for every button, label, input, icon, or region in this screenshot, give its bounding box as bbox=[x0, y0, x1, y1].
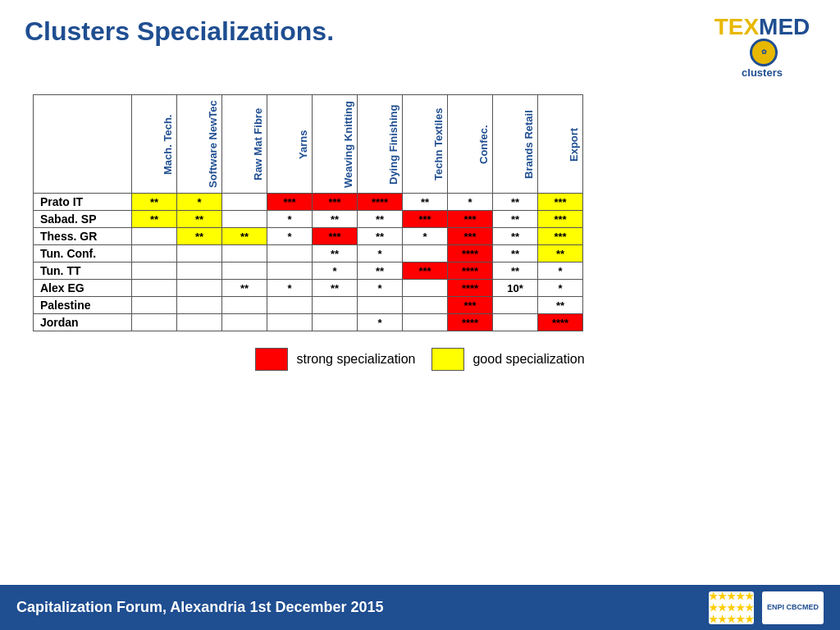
legend-strong: strong specialization bbox=[255, 348, 415, 371]
cell-3-4: ** bbox=[313, 245, 358, 262]
footer-text: Capitalization Forum, Alexandria 1st Dec… bbox=[16, 599, 384, 616]
cell-0-8: ** bbox=[493, 194, 538, 211]
cell-5-7: **** bbox=[448, 280, 493, 297]
cell-2-3: * bbox=[267, 228, 313, 245]
main-content: Mach. Tech.Software NewTecRaw Mat FibreY… bbox=[0, 94, 840, 371]
cell-1-8: ** bbox=[493, 211, 538, 228]
cell-3-1 bbox=[177, 245, 222, 262]
cell-2-2: ** bbox=[222, 228, 267, 245]
col-header-7: Confec. bbox=[448, 95, 493, 194]
cell-6-9: ** bbox=[538, 297, 583, 314]
cell-5-9: * bbox=[538, 280, 583, 297]
cell-3-5: * bbox=[358, 245, 403, 262]
row-label-0: Prato IT bbox=[34, 194, 132, 211]
table-row: Tun. Conf.*********** bbox=[34, 245, 583, 262]
cell-3-8: ** bbox=[493, 245, 538, 262]
table-row: Thess. GR******************* bbox=[34, 228, 583, 245]
cell-5-8: 10* bbox=[493, 280, 538, 297]
logo-med: MED bbox=[759, 14, 810, 39]
cell-4-4: * bbox=[313, 262, 358, 280]
cell-3-9: ** bbox=[538, 245, 583, 262]
table-body: Prato IT*********************Sabad. SP**… bbox=[34, 194, 583, 331]
cell-6-4 bbox=[313, 297, 358, 314]
table-row: Jordan********* bbox=[34, 314, 583, 331]
cell-5-1 bbox=[177, 280, 222, 297]
col-header-1: Software NewTec bbox=[177, 95, 222, 194]
row-label-5: Alex EG bbox=[34, 280, 132, 297]
cell-1-5: ** bbox=[358, 211, 403, 228]
table-row: Prato IT********************* bbox=[34, 194, 583, 211]
col-header-4: Weaving Knitting bbox=[313, 95, 358, 194]
cell-2-7: *** bbox=[448, 228, 493, 245]
col-header-2: Raw Mat Fibre bbox=[222, 95, 267, 194]
cell-2-6: * bbox=[403, 228, 448, 245]
cell-6-5 bbox=[358, 297, 403, 314]
cell-7-9: **** bbox=[538, 314, 583, 331]
cell-3-0 bbox=[132, 245, 177, 262]
cell-7-4 bbox=[313, 314, 358, 331]
cell-5-2: ** bbox=[222, 280, 267, 297]
cell-7-2 bbox=[222, 314, 267, 331]
row-label-3: Tun. Conf. bbox=[34, 245, 132, 262]
cell-4-1 bbox=[177, 262, 222, 280]
cell-5-6 bbox=[403, 280, 448, 297]
cell-0-9: *** bbox=[538, 194, 583, 211]
cell-5-4: ** bbox=[313, 280, 358, 297]
col-header-5: Dying Finishing bbox=[358, 95, 403, 194]
row-label-2: Thess. GR bbox=[34, 228, 132, 245]
cell-4-9: * bbox=[538, 262, 583, 280]
cell-7-8 bbox=[493, 314, 538, 331]
eu-stars: ★★★★★★★★★★★★★★★ bbox=[709, 591, 754, 625]
cell-0-0: ** bbox=[132, 194, 177, 211]
enpi-logo: ENPI CBCMED bbox=[762, 591, 824, 624]
specialization-table: Mach. Tech.Software NewTecRaw Mat FibreY… bbox=[33, 94, 583, 331]
cell-0-3: *** bbox=[267, 194, 313, 211]
cell-5-3: * bbox=[267, 280, 313, 297]
cell-1-4: ** bbox=[313, 211, 358, 228]
cell-4-5: ** bbox=[358, 262, 403, 280]
cell-3-6 bbox=[403, 245, 448, 262]
table-row: Palestine***** bbox=[34, 297, 583, 314]
cell-1-3: * bbox=[267, 211, 313, 228]
cell-3-3 bbox=[267, 245, 313, 262]
cell-2-1: ** bbox=[177, 228, 222, 245]
cell-1-2 bbox=[222, 211, 267, 228]
cell-7-1 bbox=[177, 314, 222, 331]
cell-1-0: ** bbox=[132, 211, 177, 228]
cell-4-3 bbox=[267, 262, 313, 280]
cell-3-2 bbox=[222, 245, 267, 262]
legend-good-label: good specialization bbox=[472, 352, 584, 367]
legend-yellow-box bbox=[431, 348, 464, 371]
cell-2-8: ** bbox=[493, 228, 538, 245]
cell-4-6: *** bbox=[403, 262, 448, 280]
footer: Capitalization Forum, Alexandria 1st Dec… bbox=[0, 585, 840, 630]
legend-strong-label: strong specialization bbox=[296, 352, 415, 367]
cell-6-8 bbox=[493, 297, 538, 314]
cell-7-7: **** bbox=[448, 314, 493, 331]
cell-2-0 bbox=[132, 228, 177, 245]
eu-logo: ★★★★★★★★★★★★★★★ bbox=[709, 591, 754, 624]
table-row: Sabad. SP******************** bbox=[34, 211, 583, 228]
row-label-6: Palestine bbox=[34, 297, 132, 314]
table-row: Tun. TT************* bbox=[34, 262, 583, 280]
cell-6-6 bbox=[403, 297, 448, 314]
corner-cell bbox=[34, 95, 132, 194]
cell-4-7: **** bbox=[448, 262, 493, 280]
cell-0-6: ** bbox=[403, 194, 448, 211]
specialization-table-container: Mach. Tech.Software NewTecRaw Mat FibreY… bbox=[33, 94, 807, 331]
cell-0-4: *** bbox=[313, 194, 358, 211]
cell-3-7: **** bbox=[448, 245, 493, 262]
cell-1-9: *** bbox=[538, 211, 583, 228]
cell-0-1: * bbox=[177, 194, 222, 211]
table-row: Alex EG**********10** bbox=[34, 280, 583, 297]
row-label-7: Jordan bbox=[34, 314, 132, 331]
footer-logos: ★★★★★★★★★★★★★★★ ENPI CBCMED bbox=[709, 591, 824, 624]
cell-4-8: ** bbox=[493, 262, 538, 280]
cell-2-9: *** bbox=[538, 228, 583, 245]
legend-good: good specialization bbox=[431, 348, 584, 371]
cell-5-0 bbox=[132, 280, 177, 297]
page-header: Clusters Specializations. TEXMED ✿ clust… bbox=[0, 0, 840, 86]
cell-7-0 bbox=[132, 314, 177, 331]
cell-1-7: *** bbox=[448, 211, 493, 228]
page-title: Clusters Specializations. bbox=[25, 16, 334, 47]
